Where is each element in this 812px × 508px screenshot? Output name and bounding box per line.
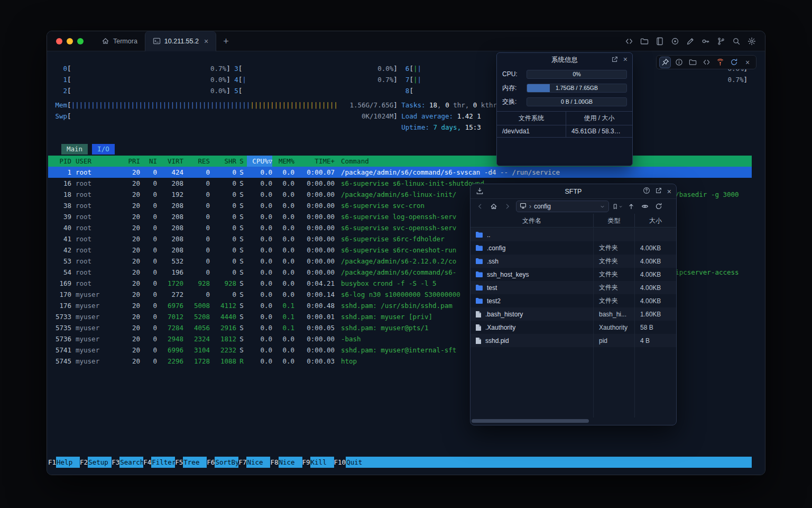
settings-icon[interactable] (745, 35, 758, 48)
close-icon[interactable]: × (667, 188, 671, 195)
bookmark-icon[interactable] (612, 201, 623, 212)
folder-icon[interactable] (687, 57, 698, 68)
column-header-virt[interactable]: VIRT (157, 156, 183, 167)
cell-ni: 0 (140, 267, 157, 278)
info-icon[interactable] (673, 57, 685, 68)
fn-f6-sortby[interactable]: F6SortBy (207, 457, 238, 468)
back-icon[interactable] (475, 201, 485, 212)
fn-f5-tree[interactable]: F5Tree (175, 457, 207, 468)
edit-icon[interactable] (684, 35, 697, 48)
fn-action-label: Nice + (279, 457, 302, 468)
broadcast-icon[interactable] (714, 57, 726, 68)
cell-virt: 6976 (157, 300, 183, 311)
popout-icon[interactable] (611, 56, 619, 65)
fn-f8-nice[interactable]: F8Nice + (270, 457, 302, 468)
system-info-panel: 系统信息 × CPU:0%内存:1.75GB / 7.65GB交换:0 B / … (496, 52, 633, 166)
sftp-file-row[interactable]: .. (470, 228, 676, 241)
close-icon[interactable]: × (623, 56, 628, 65)
cell-virt: 2296 (157, 356, 183, 367)
column-header-s[interactable]: S (236, 156, 247, 167)
home-icon[interactable] (488, 201, 499, 212)
close-window-button[interactable] (56, 38, 62, 44)
htop-screen-tabs: MainI/O (61, 144, 115, 155)
column-header-user[interactable]: USER (71, 156, 123, 167)
cell-res: 1728 (183, 356, 210, 367)
refresh-icon[interactable] (728, 57, 740, 68)
pin-icon[interactable] (659, 57, 671, 68)
journal-icon[interactable] (653, 35, 666, 48)
fn-f1-help[interactable]: F1Help (48, 457, 80, 468)
process-row[interactable]: 1root20042400S0.00.00:00.07/package/admi… (48, 167, 752, 178)
tab-label: 10.211.55.2 (164, 38, 199, 45)
key-icon[interactable] (699, 35, 712, 48)
cell-shr: 928 (210, 278, 236, 289)
code-icon[interactable] (700, 57, 712, 68)
cell-pid: 5733 (48, 311, 71, 322)
column-header-filename[interactable]: 文件名 (470, 216, 593, 225)
fn-f2-setup[interactable]: F2Setup (80, 457, 112, 468)
sftp-file-row[interactable]: test2文件夹4.00KB (470, 294, 676, 307)
breadcrumb-path: config (534, 203, 551, 210)
help-icon[interactable] (643, 187, 650, 196)
column-header-type[interactable]: 类型 (593, 214, 634, 228)
new-tab-button[interactable]: + (216, 37, 236, 46)
file-name: .. (487, 231, 491, 239)
close-tab-icon[interactable]: × (204, 38, 208, 45)
folder-icon (475, 244, 483, 251)
branch-icon[interactable] (715, 35, 727, 48)
minimize-window-button[interactable] (67, 38, 73, 44)
cell-pid: 16 (48, 178, 71, 189)
cell-cpu: 0.0 (247, 322, 272, 333)
file-type-cell: 文件夹 (593, 243, 634, 252)
file-icon (475, 311, 482, 318)
refresh-icon[interactable] (653, 201, 664, 212)
column-header-size[interactable]: 大小 (634, 214, 676, 228)
tab-termora-home[interactable]: Termora (94, 31, 145, 51)
column-header-pri[interactable]: PRI (123, 156, 140, 167)
record-icon[interactable] (669, 35, 681, 48)
eye-icon[interactable] (640, 201, 650, 212)
column-header-time[interactable]: TIME+ (294, 156, 335, 167)
path-breadcrumb[interactable]: › config (516, 201, 609, 212)
column-header-ni[interactable]: NI (140, 156, 157, 167)
cell-pid: 42 (48, 244, 71, 256)
cell-ni: 0 (140, 333, 157, 344)
cell-s: S (236, 278, 247, 289)
forward-icon[interactable] (502, 201, 513, 212)
fn-f3-search[interactable]: F3Search (112, 457, 143, 468)
sftp-file-row[interactable]: .config文件夹4.00KB (470, 241, 676, 255)
column-header-res[interactable]: RES (183, 156, 210, 167)
popout-icon[interactable] (655, 187, 662, 196)
fn-f10-quit[interactable]: F10Quit (334, 457, 370, 468)
zoom-window-button[interactable] (77, 38, 84, 44)
sftp-file-row[interactable]: ssh_host_keys文件夹4.00KB (470, 268, 676, 281)
sftp-file-row[interactable]: .XauthorityXauthority58 B (470, 321, 676, 334)
cell-cpu: 0.0 (247, 267, 272, 278)
column-header-pid[interactable]: PID (48, 156, 71, 167)
sftp-file-row[interactable]: .bash_historybash_hi...1.60KB (470, 307, 676, 321)
upload-icon[interactable] (626, 201, 636, 212)
column-header-cpu[interactable]: CPU%▽ (247, 156, 272, 167)
horizontal-scrollbar[interactable] (472, 419, 589, 423)
htop-screen-tab-i-o[interactable]: I/O (92, 144, 115, 155)
file-name-cell: .ssh (470, 258, 593, 265)
computer-icon (520, 202, 527, 211)
fn-action-label: Setup (88, 457, 112, 468)
fn-f9-kill[interactable]: F9Kill (302, 457, 334, 468)
close-icon[interactable]: × (742, 57, 753, 68)
sftp-file-row[interactable]: test文件夹4.00KB (470, 281, 676, 294)
code-icon[interactable] (623, 35, 635, 48)
htop-screen-tab-main[interactable]: Main (61, 144, 88, 155)
sftp-file-row[interactable]: sshd.pidpid4 B (470, 334, 676, 347)
sftp-file-row[interactable]: .ssh文件夹4.00KB (470, 255, 676, 268)
fn-f4-filter[interactable]: F4Filter (143, 457, 175, 468)
cell-time: 0:00.00 (294, 244, 335, 256)
search-icon[interactable] (730, 35, 743, 48)
chevron-down-icon[interactable] (599, 204, 605, 210)
cell-virt: 208 (157, 244, 183, 256)
column-header-mem[interactable]: MEM% (272, 156, 294, 167)
column-header-shr[interactable]: SHR (210, 156, 236, 167)
fn-f7-nice[interactable]: F7Nice - (238, 457, 270, 468)
tab-ssh-session[interactable]: 10.211.55.2 × (145, 31, 216, 51)
folder-icon[interactable] (638, 35, 651, 48)
